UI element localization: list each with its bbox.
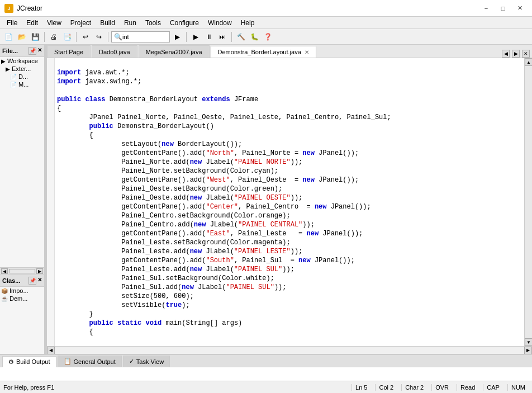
open-button[interactable]: 📂 bbox=[16, 31, 28, 43]
tab-general-output[interactable]: 📋 General Output bbox=[58, 356, 122, 367]
class-panel-close[interactable]: ✕ bbox=[37, 277, 42, 285]
class-item-imports[interactable]: 📦 Impo... bbox=[0, 287, 44, 295]
file-panel-close[interactable]: ✕ bbox=[37, 47, 42, 55]
maximize-button[interactable]: □ bbox=[495, 2, 511, 15]
save-button[interactable]: 💾 bbox=[29, 31, 41, 43]
code-editor: import java.awt.*; import javax.swing.*;… bbox=[47, 58, 532, 346]
class-item-demo[interactable]: ☕ Dem... bbox=[0, 295, 44, 302]
class-panel-pin[interactable]: 📌 bbox=[28, 277, 36, 285]
hscroll-track[interactable] bbox=[9, 269, 35, 273]
help-text: For Help, press F1 bbox=[3, 384, 347, 391]
file-panel-pin[interactable]: 📌 bbox=[28, 47, 36, 55]
search-input[interactable] bbox=[122, 34, 167, 40]
tab-close-icon[interactable]: ✕ bbox=[305, 49, 309, 55]
pause-button[interactable]: ⏸ bbox=[203, 31, 215, 43]
toolbar: 📄 📂 💾 🖨 📑 ↩ ↪ 🔍 ▶ ▶ ⏸ ⏭ 🔨 🐛 ❓ bbox=[0, 29, 532, 45]
hscroll-right-btn[interactable]: ▶ bbox=[524, 347, 532, 354]
class-panel-title: Clas... bbox=[2, 277, 20, 284]
tab-build-output[interactable]: ⚙ Build Output bbox=[2, 356, 56, 367]
toolbar-sep-2 bbox=[76, 32, 77, 42]
class-panel-wrapper: Clas... 📌 ✕ 📦 Impo... ☕ Dem... bbox=[0, 274, 44, 354]
menu-item-configure[interactable]: Configure bbox=[165, 18, 203, 28]
debug-button[interactable]: 🐛 bbox=[248, 31, 260, 43]
toolbar-sep-1 bbox=[44, 32, 45, 42]
demo-label: Dem... bbox=[10, 295, 27, 302]
hscroll-left-btn[interactable]: ◀ bbox=[47, 347, 55, 354]
undo-button[interactable]: ↩ bbox=[79, 31, 92, 43]
tab-megasena-label: MegaSena2007.java bbox=[146, 49, 202, 55]
step-button[interactable]: ⏭ bbox=[216, 31, 229, 43]
menu-item-view[interactable]: View bbox=[42, 18, 66, 28]
toolbar-sep-4 bbox=[186, 32, 187, 42]
code-content[interactable]: import java.awt.*; import javax.swing.*;… bbox=[55, 58, 524, 346]
menu-item-help[interactable]: Help bbox=[236, 18, 259, 28]
editor-hscroll: ◀ ▶ bbox=[47, 346, 532, 354]
search-go-button[interactable]: ▶ bbox=[171, 31, 183, 43]
minimize-button[interactable]: − bbox=[478, 2, 494, 15]
scroll-right-btn[interactable]: ▶ bbox=[36, 268, 43, 274]
play-button[interactable]: ▶ bbox=[189, 31, 202, 43]
tab-task-view[interactable]: ✓ Task View bbox=[123, 356, 170, 367]
redo-button[interactable]: ↪ bbox=[93, 31, 105, 43]
tab-close-all[interactable]: ✕ bbox=[522, 50, 530, 58]
help-button[interactable]: ❓ bbox=[262, 31, 274, 43]
tab-megasena[interactable]: MegaSena2007.java bbox=[139, 45, 210, 58]
close-button[interactable]: ✕ bbox=[512, 2, 528, 15]
tab-start-page-label: Start Page bbox=[54, 49, 83, 55]
tree-item-external[interactable]: ▶ Exter... bbox=[0, 65, 44, 73]
bottom-content bbox=[0, 367, 532, 381]
folder-icon-ext: ▶ bbox=[6, 66, 10, 72]
menu-item-window[interactable]: Window bbox=[203, 18, 236, 28]
package-icon: 📦 bbox=[1, 288, 8, 294]
folder-icon: ▶ bbox=[1, 58, 6, 64]
editor-tabs: Start Page Dado0.java MegaSena2007.java … bbox=[47, 45, 532, 58]
num-status: NUM bbox=[507, 384, 529, 391]
main-content: File... 📌 ✕ ▶ Workspace ▶ Exter... 📄 D..… bbox=[0, 45, 532, 354]
tree-item-file-m[interactable]: 📄 M... bbox=[0, 81, 44, 88]
workspace-label: Workspace bbox=[7, 58, 38, 64]
toolbar-sep-5 bbox=[231, 32, 232, 42]
menu-item-file[interactable]: File bbox=[2, 18, 22, 28]
tabs-right: ◀ ▶ ✕ bbox=[502, 50, 532, 58]
tree-item-workspace[interactable]: ▶ Workspace bbox=[0, 57, 44, 65]
build-output-label: Build Output bbox=[16, 358, 50, 365]
tab-demonstra[interactable]: Demonstra_BorderLayout.java ✕ bbox=[211, 46, 316, 58]
tree-item-file-d[interactable]: 📄 D... bbox=[0, 73, 44, 81]
status-bar: For Help, press F1 Ln 5 Col 2 Char 2 OVR… bbox=[0, 381, 532, 393]
general-output-label: General Output bbox=[74, 358, 116, 365]
build-button[interactable]: 🔨 bbox=[235, 31, 247, 43]
tab-demonstra-label: Demonstra_BorderLayout.java bbox=[218, 49, 301, 55]
menu-item-project[interactable]: Project bbox=[66, 18, 96, 28]
vscroll-track[interactable] bbox=[525, 66, 532, 338]
tab-scroll-left[interactable]: ◀ bbox=[502, 50, 510, 58]
bottom-tabs: ⚙ Build Output 📋 General Output ✓ Task V… bbox=[0, 355, 532, 367]
menu-item-tools[interactable]: Tools bbox=[141, 18, 165, 28]
char-status: Char 2 bbox=[401, 384, 427, 391]
vscroll-up-btn[interactable]: ▲ bbox=[525, 58, 532, 66]
general-output-icon: 📋 bbox=[64, 358, 72, 365]
file-icon-m: 📄 bbox=[10, 82, 17, 88]
window-controls: − □ ✕ bbox=[478, 2, 528, 15]
print2-button[interactable]: 📑 bbox=[61, 31, 73, 43]
tab-scroll-right[interactable]: ▶ bbox=[512, 50, 520, 58]
menu-item-build[interactable]: Build bbox=[96, 18, 120, 28]
file-hscroll: ◀ ▶ bbox=[0, 267, 44, 274]
left-panel: File... 📌 ✕ ▶ Workspace ▶ Exter... 📄 D..… bbox=[0, 45, 45, 354]
file-panel-header: File... 📌 ✕ bbox=[0, 45, 44, 57]
menu-item-edit[interactable]: Edit bbox=[22, 18, 42, 28]
task-view-label: Task View bbox=[136, 358, 164, 365]
menu-item-run[interactable]: Run bbox=[120, 18, 141, 28]
search-icon: 🔍 bbox=[114, 33, 122, 41]
vscroll-down-btn[interactable]: ▼ bbox=[525, 338, 532, 346]
tab-dado0[interactable]: Dado0.java bbox=[92, 45, 137, 58]
tab-start-page[interactable]: Start Page bbox=[47, 45, 91, 58]
code-fold-markers bbox=[47, 58, 55, 346]
print-button[interactable]: 🖨 bbox=[48, 31, 60, 43]
scroll-left-btn[interactable]: ◀ bbox=[1, 268, 8, 274]
class-panel-header: Clas... 📌 ✕ bbox=[0, 274, 44, 287]
window-title: JCreator bbox=[17, 4, 478, 12]
editor-area: Start Page Dado0.java MegaSena2007.java … bbox=[47, 45, 532, 354]
new-button[interactable]: 📄 bbox=[2, 31, 15, 43]
app-icon: J bbox=[4, 4, 13, 13]
tab-dado0-label: Dado0.java bbox=[99, 49, 130, 55]
